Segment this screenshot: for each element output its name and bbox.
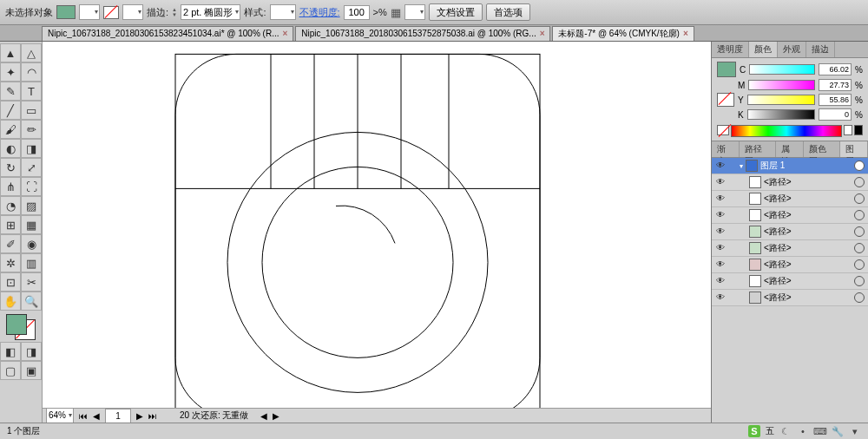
- symbol-sprayer-tool[interactable]: ✲: [0, 253, 21, 272]
- screen-mode[interactable]: ▢: [0, 361, 21, 380]
- visibility-icon[interactable]: 👁: [715, 161, 726, 171]
- layer-row[interactable]: 👁<路径>: [712, 290, 868, 306]
- eyedropper-tool[interactable]: ✐: [0, 234, 21, 253]
- align-dropdown[interactable]: [404, 4, 425, 20]
- scroll-right-icon[interactable]: ▶: [273, 411, 279, 421]
- tab-doc-1[interactable]: Nipic_10673188_20180306153823451034.ai* …: [42, 26, 293, 41]
- next-page-icon[interactable]: ▶: [136, 411, 143, 421]
- layer-row[interactable]: 👁<路径>: [712, 174, 868, 191]
- tab-gradient[interactable]: 渐变: [712, 141, 740, 157]
- draw-mode[interactable]: ◨: [21, 342, 42, 361]
- tab-transparency[interactable]: 透明度: [712, 42, 749, 57]
- change-screen[interactable]: ▣: [21, 361, 42, 380]
- ime-icon[interactable]: S: [748, 425, 760, 437]
- spectrum-bar[interactable]: [731, 125, 842, 137]
- tab-appearance[interactable]: 外观: [778, 42, 806, 57]
- spectrum-black[interactable]: [854, 125, 863, 135]
- tab-doc-3[interactable]: 未标题-7* @ 64% (CMYK/轮廓)×: [552, 26, 694, 41]
- eraser-tool[interactable]: ◨: [21, 139, 42, 158]
- last-page-icon[interactable]: ⏭: [148, 411, 157, 421]
- tab-pathfinder[interactable]: 路径图: [740, 141, 776, 157]
- canvas[interactable]: 64% ⏮ ◀ 1 ▶ ⏭ 20 次还原: 无重做 ◀ ▶: [43, 42, 711, 423]
- preferences-button[interactable]: 首选项: [486, 3, 530, 21]
- m-slider[interactable]: [748, 80, 815, 90]
- c-slider[interactable]: [749, 64, 815, 75]
- close-icon[interactable]: ×: [282, 29, 287, 38]
- target-icon[interactable]: [854, 292, 865, 303]
- blob-brush-tool[interactable]: ◐: [0, 139, 21, 158]
- paintbrush-tool[interactable]: 🖌: [0, 120, 21, 139]
- line-tool[interactable]: ╱: [0, 101, 21, 120]
- visibility-icon[interactable]: 👁: [715, 226, 726, 237]
- direct-selection-tool[interactable]: △: [21, 43, 42, 62]
- target-icon[interactable]: [854, 226, 865, 237]
- layer-row[interactable]: 👁<路径>: [712, 191, 868, 207]
- width-tool[interactable]: ⋔: [0, 177, 21, 196]
- ime-label[interactable]: 五: [766, 425, 774, 437]
- mesh-tool[interactable]: ⊞: [0, 215, 21, 234]
- column-graph-tool[interactable]: ▥: [21, 253, 42, 272]
- scale-tool[interactable]: ⤢: [21, 158, 42, 177]
- fill-dropdown[interactable]: [79, 4, 100, 20]
- first-page-icon[interactable]: ⏮: [79, 411, 88, 421]
- opacity-value[interactable]: 100: [344, 5, 370, 20]
- expand-icon[interactable]: ▾: [740, 162, 743, 170]
- style-dropdown[interactable]: [270, 4, 296, 20]
- y-value[interactable]: 55.86: [819, 94, 852, 106]
- stroke-width-spinner[interactable]: ▲▼: [172, 7, 177, 17]
- hand-tool[interactable]: ✋: [0, 292, 21, 311]
- pencil-tool[interactable]: ✏: [21, 120, 42, 139]
- spectrum-none[interactable]: [717, 125, 729, 135]
- layer-row[interactable]: 👁<路径>: [712, 224, 868, 240]
- color-mode[interactable]: ◧: [0, 342, 21, 361]
- target-icon[interactable]: [854, 161, 865, 171]
- lasso-tool[interactable]: ◠: [21, 62, 42, 82]
- tool-icon[interactable]: 🔧: [832, 425, 844, 437]
- chevron-down-icon[interactable]: ▾: [849, 425, 861, 437]
- close-icon[interactable]: ×: [540, 29, 545, 38]
- prev-page-icon[interactable]: ◀: [93, 411, 100, 421]
- close-icon[interactable]: ×: [683, 29, 688, 38]
- tab-color[interactable]: 颜色: [749, 42, 778, 57]
- visibility-icon[interactable]: 👁: [715, 193, 726, 204]
- k-value[interactable]: 0: [819, 108, 852, 121]
- keyboard-icon[interactable]: ⌨: [814, 425, 826, 437]
- scroll-left-icon[interactable]: ◀: [260, 411, 267, 421]
- stroke-width[interactable]: 2 pt. 椭圆形: [181, 4, 240, 20]
- layer-row[interactable]: 👁<路径>: [712, 207, 868, 224]
- pen-tool[interactable]: ✎: [0, 82, 21, 101]
- visibility-icon[interactable]: 👁: [715, 210, 726, 220]
- align-icon[interactable]: ▦: [391, 6, 401, 19]
- spectrum-white[interactable]: [844, 125, 852, 135]
- gradient-tool[interactable]: ▦: [21, 215, 42, 234]
- color-preview[interactable]: [717, 62, 736, 77]
- doc-setup-button[interactable]: 文档设置: [429, 3, 483, 21]
- none-color[interactable]: [717, 93, 734, 107]
- free-transform-tool[interactable]: ⛶: [21, 177, 42, 196]
- stroke-none-swatch[interactable]: [103, 6, 119, 19]
- layer-row[interactable]: 👁<路径>: [712, 240, 868, 257]
- type-tool[interactable]: T: [21, 82, 42, 101]
- visibility-icon[interactable]: 👁: [715, 276, 726, 286]
- magic-wand-tool[interactable]: ✦: [0, 62, 21, 82]
- opacity-label[interactable]: 不透明度:: [299, 6, 340, 19]
- page-number[interactable]: 1: [105, 409, 131, 423]
- fill-swatch[interactable]: [56, 5, 76, 19]
- perspective-tool[interactable]: ▨: [21, 196, 42, 215]
- k-slider[interactable]: [747, 109, 815, 120]
- visibility-icon[interactable]: 👁: [715, 243, 726, 253]
- target-icon[interactable]: [854, 193, 865, 204]
- visibility-icon[interactable]: 👁: [715, 259, 726, 270]
- artboard-tool[interactable]: ⊡: [0, 272, 21, 292]
- layer-row[interactable]: 👁<路径>: [712, 273, 868, 290]
- dot-icon[interactable]: •: [797, 425, 809, 437]
- fill-stroke-swatches[interactable]: [6, 314, 36, 340]
- slice-tool[interactable]: ✂: [21, 272, 42, 292]
- stroke-dropdown[interactable]: [122, 4, 143, 20]
- tab-doc-2[interactable]: Nipic_10673188_20180306153752875038.ai @…: [295, 26, 550, 41]
- rotate-tool[interactable]: ↻: [0, 158, 21, 177]
- y-slider[interactable]: [747, 95, 815, 105]
- fill-color[interactable]: [6, 314, 27, 335]
- moon-icon[interactable]: ☾: [779, 425, 792, 437]
- target-icon[interactable]: [854, 177, 865, 187]
